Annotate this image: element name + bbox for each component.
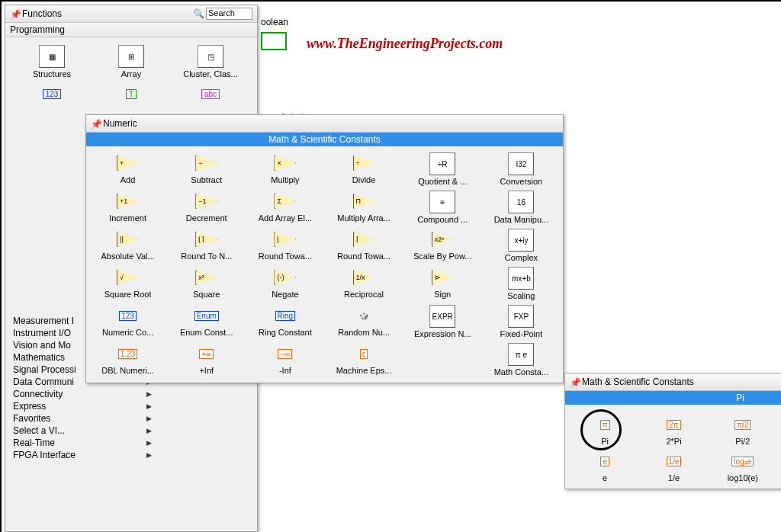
watermark-text: www.TheEngineeringProjects.com [307, 36, 503, 52]
func-const-123[interactable]: 123 [13, 82, 91, 106]
item-label: Random Nu... [338, 328, 390, 337]
pin-icon[interactable]: 📌 [10, 9, 19, 18]
numeric-item-DBL Numeri...[interactable]: 1.23DBL Numeri... [89, 341, 166, 378]
item-label: e [603, 473, 607, 482]
item-label: Negate [272, 290, 298, 299]
item-label: Numeric Co... [102, 328, 153, 337]
numeric-item-Absolute Val...[interactable]: ||Absolute Val... [89, 227, 166, 264]
numeric-item-Add Array El...[interactable]: ΣAdd Array El... [246, 189, 323, 226]
math-item-2*Pi[interactable]: 2π2*Pi [640, 412, 707, 447]
item-label: Round Towa... [259, 252, 312, 261]
category-FPGA Interface[interactable]: FPGA Interface▶ [10, 449, 155, 461]
chevron-right-icon: ▶ [146, 390, 152, 398]
search-icon[interactable]: 🔍 [193, 8, 204, 19]
func-const-T[interactable]: T [92, 82, 170, 106]
item-label: Increment [109, 213, 146, 223]
numeric-item-Fixed-Point[interactable]: FXPFixed-Point [483, 303, 560, 340]
numeric-item-Square Root[interactable]: √Square Root [89, 265, 166, 302]
item-label: Expression N... [414, 329, 471, 338]
numeric-item-Math Consta...[interactable]: π eMath Consta... [483, 341, 560, 378]
pin-icon[interactable]: 📌 [570, 377, 579, 386]
functions-title: Functions [22, 8, 62, 19]
math-item-Pi[interactable]: πPi [571, 412, 638, 447]
numeric-item-Compound ...[interactable]: ≡Compound ... [404, 189, 481, 226]
category-Select a VI...[interactable]: Select a VI...▶ [10, 425, 155, 437]
category-label: Favorites [13, 413, 50, 424]
numeric-item-Square[interactable]: x²Square [168, 265, 245, 302]
item-label: DBL Numeri... [101, 366, 154, 375]
item-label: 2*Pi [666, 437, 681, 446]
item-label: Quotient & ... [418, 177, 467, 186]
numeric-item-Enum Const...[interactable]: EnumEnum Const... [168, 303, 245, 340]
func-item-Cluster, Clas...[interactable]: ◳Cluster, Clas... [172, 43, 249, 80]
numeric-item--Inf[interactable]: −∞-Inf [246, 341, 323, 378]
numeric-item-Negate[interactable]: (-)Negate [246, 265, 323, 302]
func-item-Array[interactable]: ⊞Array [92, 43, 170, 80]
item-label: Data Manipu... [494, 215, 549, 224]
item-label: Add [121, 175, 136, 184]
numeric-item-Round Towa...[interactable]: ⌊Round Towa... [246, 227, 323, 264]
numeric-item-Conversion[interactable]: I32Conversion [483, 151, 560, 187]
category-Connectivity[interactable]: Connectivity▶ [10, 388, 155, 400]
math-constants-palette: 📌 Math & Scientific Constants Pi πPi2π2*… [564, 373, 781, 489]
item-label: Structures [33, 69, 71, 79]
item-label: Subtract [191, 175, 222, 184]
numeric-item-Random Nu...[interactable]: 🎲Random Nu... [325, 303, 402, 340]
search-area: 🔍 Search [193, 8, 252, 20]
numeric-item-Numeric Co...[interactable]: 123Numeric Co... [89, 303, 166, 340]
category-label: Instrument I/O [13, 328, 71, 338]
category-Express[interactable]: Express▶ [10, 400, 155, 412]
category-label: Select a VI... [13, 425, 65, 436]
math-item-1/e[interactable]: 1/e1/e [640, 449, 707, 484]
numeric-item-Subtract[interactable]: −Subtract [168, 151, 245, 187]
pin-icon[interactable]: 📌 [91, 119, 100, 128]
numeric-item-Add[interactable]: +Add [89, 151, 166, 187]
item-label: Add Array El... [259, 213, 312, 223]
numeric-item-Data Manipu...[interactable]: 16Data Manipu... [483, 189, 560, 226]
numeric-item-Decrement[interactable]: −1Decrement [168, 189, 245, 226]
numeric-item-Quotient & ...[interactable]: ÷RQuotient & ... [404, 151, 481, 187]
item-label: Fixed-Point [500, 329, 543, 338]
search-input[interactable]: Search [206, 8, 252, 20]
category-Favorites[interactable]: Favorites▶ [10, 412, 155, 425]
item-label: Round Towa... [337, 252, 390, 261]
category-label: Express [13, 401, 46, 412]
bg-boolean-terminal [261, 32, 287, 50]
math-banner: Pi [565, 391, 781, 405]
item-label: Pi [601, 437, 609, 446]
numeric-item-Round To N...[interactable]: ⌊⌉Round To N... [168, 227, 245, 264]
numeric-item-Increment[interactable]: +1Increment [89, 189, 166, 226]
item-label: +Inf [199, 366, 214, 375]
numeric-titlebar: 📌 Numeric [86, 115, 563, 133]
item-label: Math Consta... [494, 367, 549, 377]
func-item-Structures[interactable]: ▦Structures [13, 43, 91, 80]
item-label: Divide [352, 175, 376, 184]
numeric-item-Round Towa...[interactable]: ⌈Round Towa... [325, 227, 402, 264]
item-label: Square [193, 290, 220, 299]
func-const-abc[interactable]: abc [172, 82, 249, 106]
chevron-right-icon: ▶ [146, 427, 152, 434]
numeric-item-Multiply[interactable]: ×Multiply [246, 151, 323, 187]
numeric-item-Complex[interactable]: x+iyComplex [483, 227, 560, 264]
numeric-item-Sign[interactable]: ⊳Sign [404, 265, 481, 302]
numeric-item-Ring Constant[interactable]: RingRing Constant [246, 303, 323, 340]
bg-text-boolean: oolean [261, 17, 288, 27]
numeric-item-Reciprocal[interactable]: 1/xReciprocal [325, 265, 402, 302]
math-item-e[interactable]: ee [571, 449, 638, 484]
programming-header[interactable]: Programming [5, 23, 257, 37]
numeric-item-+Inf[interactable]: +∞+Inf [168, 341, 245, 378]
numeric-item-Expression N...[interactable]: EXPRExpression N... [404, 303, 481, 340]
math-item-log10(e)[interactable]: log₁elog10(e) [709, 449, 776, 484]
item-label: Complex [505, 253, 538, 262]
item-label: Compound ... [417, 215, 468, 224]
numeric-item-Divide[interactable]: ÷Divide [325, 151, 402, 187]
numeric-item-Multiply Arra...[interactable]: ΠMultiply Arra... [325, 189, 402, 226]
numeric-palette: 📌 Numeric Math & Scientific Constants +A… [85, 114, 564, 383]
category-Real-Time[interactable]: Real-Time▶ [10, 437, 155, 449]
numeric-item-Machine Eps...[interactable]: εMachine Eps... [325, 341, 402, 378]
numeric-item-Scaling[interactable]: mx+bScaling [483, 265, 560, 302]
item-label: Cluster, Clas... [183, 69, 238, 79]
numeric-item-Scale By Pow...[interactable]: x2ⁿScale By Pow... [404, 227, 481, 264]
math-item-Pi/2[interactable]: π/2Pi/2 [709, 412, 776, 447]
item-label: Multiply [271, 175, 299, 184]
